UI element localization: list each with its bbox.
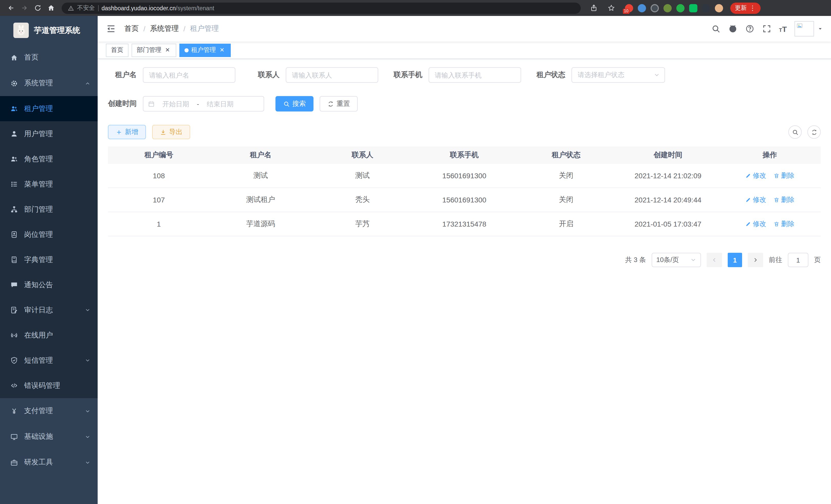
- online-signal-icon: [10, 331, 18, 339]
- end-date-input[interactable]: [201, 100, 239, 108]
- sidebar-item-error-code-management[interactable]: 错误码管理: [0, 373, 98, 398]
- help-icon[interactable]: [745, 24, 754, 33]
- contact-input[interactable]: [286, 67, 378, 83]
- toggle-search-button[interactable]: [789, 125, 802, 139]
- extension-icon[interactable]: [651, 4, 659, 12]
- table-row: 107 测试租户 秃头 15601691300 关闭 2021-12-14 20…: [108, 188, 821, 212]
- search-button[interactable]: 搜索: [276, 96, 314, 112]
- refresh-table-button[interactable]: [807, 125, 821, 139]
- create-time-range-picker[interactable]: -: [143, 96, 264, 112]
- sidebar-item-label: 菜单管理: [24, 180, 53, 189]
- breadcrumb-item[interactable]: 首页: [124, 24, 139, 33]
- security-label: 不安全: [77, 4, 95, 12]
- select-placeholder: 请选择租户状态: [578, 70, 624, 80]
- sidebar-item-notice[interactable]: 通知公告: [0, 272, 98, 297]
- search-icon[interactable]: [711, 24, 720, 33]
- extension-icon[interactable]: [689, 4, 697, 12]
- extension-icon[interactable]: [702, 4, 710, 12]
- column-header: 租户编号: [108, 146, 210, 164]
- total-count: 共 3 条: [625, 255, 646, 265]
- tab-department-management[interactable]: 部门管理 ✕: [132, 43, 176, 57]
- extension-icon[interactable]: [663, 4, 672, 12]
- goto-page-input[interactable]: [788, 253, 808, 267]
- browser-reload-button[interactable]: [31, 1, 44, 14]
- announcement-icon: [10, 281, 18, 289]
- sidebar-item-online-users[interactable]: 在线用户: [0, 323, 98, 348]
- extension-icon[interactable]: [715, 4, 723, 12]
- pencil-icon: [745, 221, 751, 227]
- tenant-name-input[interactable]: [143, 67, 235, 83]
- sidebar-toggle-icon[interactable]: [106, 24, 116, 34]
- bookmark-button[interactable]: [604, 1, 618, 14]
- tab-home[interactable]: 首页: [106, 43, 128, 57]
- edit-button[interactable]: 修改: [745, 195, 766, 205]
- cell-contact: 秃头: [312, 188, 413, 212]
- main-area: 首页 / 系统管理 / 租户管理 TT: [98, 16, 831, 504]
- sidebar-item-label: 审计日志: [24, 305, 53, 315]
- sidebar-item-label: 字典管理: [24, 255, 53, 264]
- start-date-input[interactable]: [157, 100, 195, 108]
- sidebar-item-dev-tools[interactable]: 研发工具: [0, 449, 98, 475]
- delete-button[interactable]: 删除: [773, 171, 795, 180]
- sidebar-item-infrastructure[interactable]: 基础设施: [0, 424, 98, 449]
- delete-button[interactable]: 删除: [773, 195, 795, 205]
- extensions-bar: 10: [625, 4, 723, 12]
- add-button[interactable]: 新增: [108, 125, 146, 139]
- page-number-button[interactable]: 1: [728, 253, 742, 267]
- extension-icon[interactable]: 10: [625, 4, 633, 12]
- fullscreen-icon[interactable]: [762, 24, 771, 33]
- sidebar-item-user-management[interactable]: 用户管理: [0, 121, 98, 146]
- org-tree-icon: [10, 206, 18, 213]
- font-size-icon[interactable]: TT: [779, 25, 787, 33]
- tab-tenant-management[interactable]: 租户管理 ✕: [179, 43, 231, 57]
- reload-icon: [34, 4, 41, 12]
- close-icon[interactable]: ✕: [219, 47, 226, 54]
- sidebar-item-payment-management[interactable]: 支付管理: [0, 398, 98, 424]
- breadcrumb-item[interactable]: 系统管理: [150, 24, 179, 33]
- sidebar-item-menu-management[interactable]: 菜单管理: [0, 172, 98, 197]
- close-icon[interactable]: ✕: [164, 47, 171, 54]
- github-icon[interactable]: [728, 24, 737, 33]
- page-size-select[interactable]: 10条/页: [652, 253, 701, 267]
- browser-home-button[interactable]: [44, 1, 58, 14]
- sidebar-item-dict-management[interactable]: 字典管理: [0, 247, 98, 272]
- chevron-down-icon: [690, 257, 696, 263]
- extension-icon[interactable]: [676, 4, 685, 12]
- edit-button[interactable]: 修改: [745, 219, 766, 229]
- share-button[interactable]: [587, 1, 600, 14]
- delete-button[interactable]: 删除: [773, 219, 795, 229]
- browser-menu-icon[interactable]: ⋮: [749, 5, 756, 11]
- browser-forward-button[interactable]: [18, 1, 31, 14]
- reset-button[interactable]: 重置: [320, 96, 358, 112]
- extension-icon[interactable]: [638, 4, 646, 12]
- sidebar-item-department-management[interactable]: 部门管理: [0, 197, 98, 222]
- prev-page-button[interactable]: [707, 253, 722, 267]
- sidebar-item-label: 部门管理: [24, 205, 53, 214]
- avatar[interactable]: [795, 21, 814, 36]
- sidebar-item-tenant-management[interactable]: 租户管理: [0, 96, 98, 121]
- sidebar-item-label: 短信管理: [24, 356, 53, 365]
- id-badge-icon: [10, 231, 18, 238]
- edit-label: 修改: [753, 195, 766, 205]
- chevron-left-icon: [711, 257, 717, 263]
- sidebar-item-sms-management[interactable]: 短信管理: [0, 348, 98, 373]
- sidebar-item-role-management[interactable]: 角色管理: [0, 146, 98, 172]
- browser-back-button[interactable]: [4, 1, 18, 14]
- edit-button[interactable]: 修改: [745, 171, 766, 180]
- sidebar-item-home[interactable]: 首页: [0, 45, 98, 70]
- phone-input[interactable]: [429, 67, 521, 83]
- right-toolbar: [789, 125, 821, 139]
- sidebar-item-post-management[interactable]: 岗位管理: [0, 222, 98, 247]
- browser-update-button[interactable]: 更新 ⋮: [730, 2, 761, 13]
- users-icon: [10, 105, 18, 113]
- url-path: /system/tenant: [176, 5, 214, 11]
- table-toolbar: 新增 导出: [108, 125, 821, 139]
- export-button[interactable]: 导出: [152, 125, 190, 139]
- roles-icon: [10, 155, 18, 163]
- user-avatar-menu[interactable]: [795, 21, 823, 36]
- sidebar-item-audit-log[interactable]: 审计日志: [0, 297, 98, 323]
- next-page-button[interactable]: [748, 253, 763, 267]
- address-bar[interactable]: 不安全 dashboard.yudao.iocoder.cn/system/te…: [62, 2, 581, 13]
- sidebar-item-system-management[interactable]: 系统管理: [0, 70, 98, 96]
- status-select[interactable]: 请选择租户状态: [571, 67, 665, 83]
